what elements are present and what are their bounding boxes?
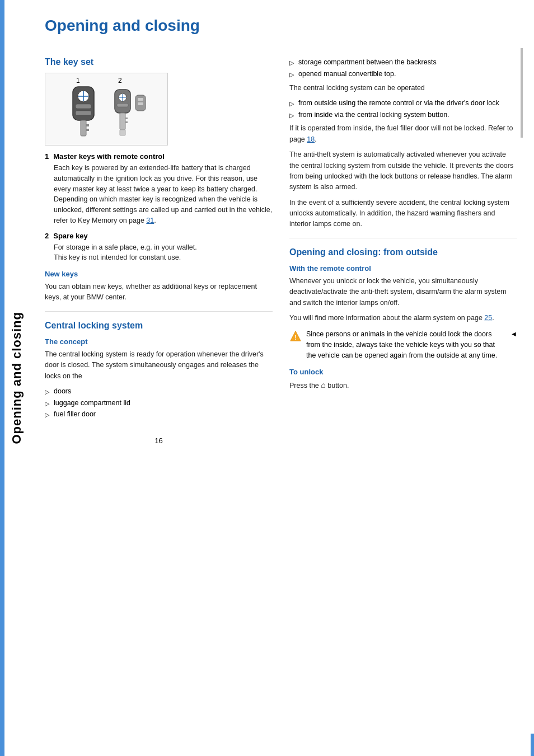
bullet-from-inside: ▷ from inside via the central locking sy… xyxy=(289,110,517,120)
accident-body: In the event of a sufficiently severe ac… xyxy=(289,198,517,230)
svg-rect-13 xyxy=(117,104,128,107)
two-column-layout: The key set 1 2 xyxy=(45,48,517,445)
svg-rect-19 xyxy=(138,102,143,105)
bullet-arrow-2: ▷ xyxy=(45,399,49,408)
bullet-from-outside-text: from outside using the remote control or… xyxy=(298,98,499,109)
warning-box: ! Since persons or animals in the vehicl… xyxy=(289,329,517,360)
main-content: Opening and closing The key set 1 2 xyxy=(34,0,534,756)
key-item-1-body: Each key is powered by an extended-life … xyxy=(54,163,273,226)
footer-accent-bar xyxy=(531,734,534,756)
bullet-arrow-5: ▷ xyxy=(289,70,294,79)
anti-theft-body: The anti-theft system is automatically a… xyxy=(289,149,517,193)
key-label-2: 2 xyxy=(118,77,122,84)
key-item-1-header: 1 Master keys with remote control xyxy=(45,152,273,161)
from-outside-heading: Opening and closing: from outside xyxy=(289,247,517,257)
with-remote-heading: With the remote control xyxy=(289,264,517,273)
key-item-2-number: 2 xyxy=(45,232,49,240)
central-locking-operation-bullets: ▷ from outside using the remote control … xyxy=(289,98,517,120)
sidebar-accent-bar xyxy=(0,0,4,756)
key-item-2-title: Spare key xyxy=(53,232,87,240)
bullet-arrow-1: ▷ xyxy=(45,387,49,397)
key-label-1: 1 xyxy=(76,77,80,84)
bullet-doors: ▷ doors xyxy=(45,386,273,397)
key-item-2-body1: For storage in a safe place, e.g. in you… xyxy=(54,242,273,253)
page-number: 16 xyxy=(154,436,162,445)
svg-rect-6 xyxy=(81,120,86,136)
bullet-from-inside-text: from inside via the central locking syst… xyxy=(298,110,449,120)
bullet-fuel-text: fuel filler door xyxy=(54,409,96,420)
central-locking-section: Central locking system The concept The c… xyxy=(45,321,273,420)
new-keys-section: New keys You can obtain new keys, whethe… xyxy=(45,270,273,303)
more-bullets: ▷ storage compartment between the backre… xyxy=(289,57,517,79)
page-footer: 16 xyxy=(45,436,273,445)
bullet-arrow-6: ▷ xyxy=(289,99,294,109)
warning-end-symbol: ◄ xyxy=(510,329,517,360)
right-column: ▷ storage compartment between the backre… xyxy=(289,48,517,445)
svg-text:!: ! xyxy=(294,334,297,341)
central-locking-bullets-left: ▷ doors ▷ luggage compartment lid ▷ fuel… xyxy=(45,386,273,420)
svg-rect-14 xyxy=(120,113,125,130)
bullet-luggage: ▷ luggage compartment lid xyxy=(45,398,273,408)
right-sidebar-bar xyxy=(521,48,523,138)
sidebar-label: Opening and closing xyxy=(10,312,24,444)
central-locking-body1: The central locking system can be operat… xyxy=(289,83,517,93)
svg-rect-7 xyxy=(86,124,89,126)
with-remote-body1: Whenever you unlock or lock the vehicle,… xyxy=(289,276,517,308)
bullet-doors-text: doors xyxy=(54,386,71,397)
bullet-convertible: ▷ opened manual convertible top. xyxy=(289,69,517,79)
concept-heading: The concept xyxy=(45,337,273,346)
svg-rect-4 xyxy=(76,104,91,109)
opening-from-outside-section: Opening and closing: from outside With t… xyxy=(289,247,517,391)
concept-body: The central locking system is ready for … xyxy=(45,349,273,382)
svg-rect-5 xyxy=(76,111,91,115)
fuel-filler-note: If it is operated from inside, the fuel … xyxy=(289,123,517,145)
bullet-luggage-text: luggage compartment lid xyxy=(54,398,130,408)
warning-triangle-icon: ! xyxy=(289,330,302,342)
bullet-arrow-4: ▷ xyxy=(289,58,294,68)
svg-rect-18 xyxy=(138,98,143,101)
section-divider-2 xyxy=(289,238,517,238)
key-set-section: The key set 1 2 xyxy=(45,57,273,303)
key-item-2: 2 Spare key For storage in a safe place,… xyxy=(45,232,273,264)
svg-rect-20 xyxy=(120,130,125,135)
section-divider-1 xyxy=(45,311,273,312)
warning-text: Since persons or animals in the vehicle … xyxy=(306,329,506,360)
bullet-storage-text: storage compartment between the backrest… xyxy=(298,57,437,68)
new-keys-body: You can obtain new keys, whether as addi… xyxy=(45,281,273,303)
page-ref-31[interactable]: 31 xyxy=(146,217,154,224)
bullet-convertible-text: opened manual convertible top. xyxy=(298,69,396,79)
left-column: The key set 1 2 xyxy=(45,48,273,445)
key-item-2-body2: This key is not intended for constant us… xyxy=(54,252,273,263)
warning-icon: ! xyxy=(289,330,302,342)
bullet-from-outside: ▷ from outside using the remote control … xyxy=(289,98,517,109)
page-ref-25[interactable]: 25 xyxy=(484,314,492,322)
svg-rect-16 xyxy=(125,121,128,123)
unlock-icon: ⌂ xyxy=(321,381,325,389)
bullet-arrow-3: ▷ xyxy=(45,410,49,420)
key-diagram-svg xyxy=(50,78,162,140)
key-item-1-title: Master keys with remote control xyxy=(53,152,165,161)
key-item-1-number: 1 xyxy=(45,152,49,161)
page-container: Opening and closing Opening and closing … xyxy=(0,0,534,756)
bullet-arrow-7: ▷ xyxy=(289,111,294,120)
central-locking-heading: Central locking system xyxy=(45,321,273,331)
sidebar: Opening and closing xyxy=(0,0,34,756)
with-remote-body2: You will find more information about the… xyxy=(289,313,517,323)
page-ref-18[interactable]: 18 xyxy=(307,135,315,143)
svg-rect-8 xyxy=(86,129,89,131)
svg-rect-15 xyxy=(125,118,128,119)
page-title: Opening and closing xyxy=(45,17,517,35)
bullet-fuel: ▷ fuel filler door xyxy=(45,409,273,420)
to-unlock-heading: To unlock xyxy=(289,368,517,376)
key-image: 1 2 xyxy=(45,73,168,145)
key-item-2-header: 2 Spare key xyxy=(45,232,273,240)
to-unlock-body: Press the ⌂ button. xyxy=(289,379,517,392)
key-set-heading: The key set xyxy=(45,57,273,67)
key-item-1: 1 Master keys with remote control Each k… xyxy=(45,152,273,226)
key-item-2-body: For storage in a safe place, e.g. in you… xyxy=(54,242,273,264)
bullet-storage: ▷ storage compartment between the backre… xyxy=(289,57,517,68)
new-keys-heading: New keys xyxy=(45,270,273,278)
